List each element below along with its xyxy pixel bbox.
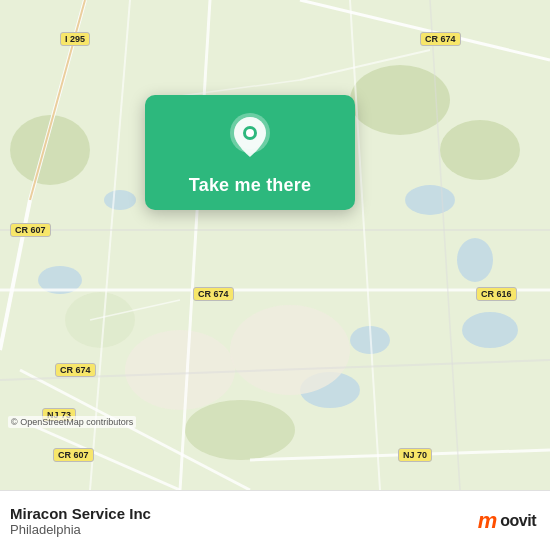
svg-point-14	[185, 400, 295, 460]
svg-point-12	[440, 120, 520, 180]
location-pin-icon	[224, 113, 276, 165]
svg-point-35	[246, 129, 254, 137]
svg-point-5	[462, 312, 518, 348]
bottom-bar: Miracon Service Inc Philadelphia m oovit	[0, 490, 550, 550]
location-card[interactable]: Take me there	[145, 95, 355, 210]
svg-point-9	[230, 305, 350, 395]
copyright-text: © OpenStreetMap contributors	[8, 416, 136, 428]
take-me-there-button[interactable]: Take me there	[189, 175, 311, 196]
road-label-cr607-bot: CR 607	[53, 448, 94, 462]
road-label-cr616: CR 616	[476, 287, 517, 301]
road-label-cr674-bot: CR 674	[55, 363, 96, 377]
road-label-cr674-mid: CR 674	[193, 287, 234, 301]
location-city: Philadelphia	[10, 522, 151, 537]
road-label-nj70: NJ 70	[398, 448, 432, 462]
svg-point-2	[104, 190, 136, 210]
svg-point-10	[65, 292, 135, 348]
moovit-icon: m	[478, 510, 498, 532]
map-container: I 295 CR 674 CR 607 CR 674 CR 616 CR 674…	[0, 0, 550, 490]
svg-point-8	[125, 330, 235, 410]
location-name: Miracon Service Inc	[10, 505, 151, 522]
svg-point-4	[457, 238, 493, 282]
road-label-cr674-top: CR 674	[420, 32, 461, 46]
road-label-i295: I 295	[60, 32, 90, 46]
moovit-logo: m oovit	[478, 510, 536, 532]
road-label-cr607-left: CR 607	[10, 223, 51, 237]
moovit-text: oovit	[500, 512, 536, 530]
location-info: Miracon Service Inc Philadelphia	[10, 505, 151, 537]
svg-point-3	[405, 185, 455, 215]
